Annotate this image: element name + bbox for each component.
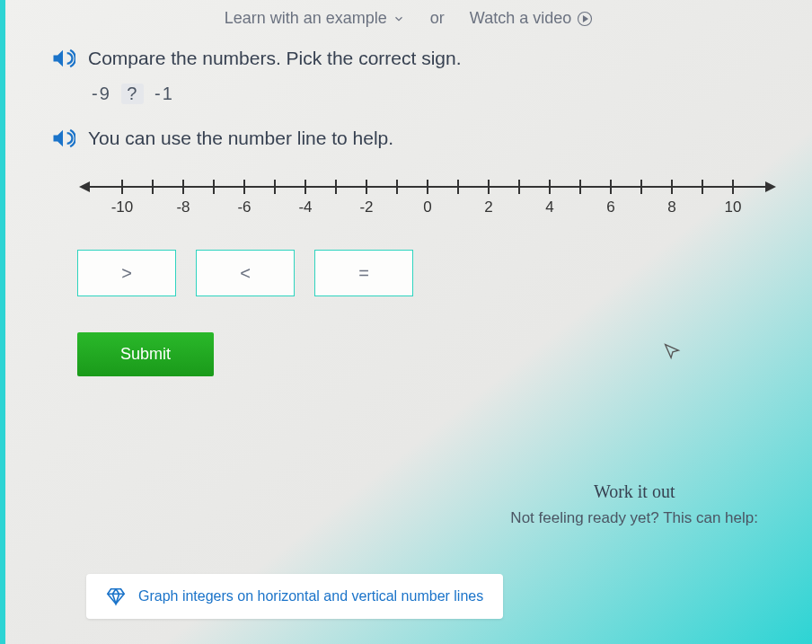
expr-right: -1: [154, 84, 174, 103]
learn-example-label: Learn with an example: [225, 9, 387, 28]
question-text-1: Compare the numbers. Pick the correct si…: [88, 48, 462, 69]
tick-label: -8: [176, 198, 190, 216]
watch-video-label: Watch a video: [470, 9, 571, 28]
or-separator: or: [430, 9, 445, 28]
work-it-out-title: Work it out: [510, 481, 758, 502]
svg-marker-4: [765, 181, 776, 192]
tick-label: 4: [545, 198, 553, 216]
svg-marker-1: [584, 16, 588, 22]
answer-equals[interactable]: =: [314, 250, 413, 296]
help-link-text: Graph integers on horizontal and vertica…: [138, 588, 483, 604]
comparison-expression: -9 ? -1: [92, 84, 767, 104]
help-link-card[interactable]: Graph integers on horizontal and vertica…: [86, 574, 503, 619]
cursor-icon: [662, 341, 682, 361]
speaker-icon[interactable]: [50, 126, 75, 151]
learn-example-link[interactable]: Learn with an example: [225, 9, 405, 28]
number-line: -10-8-6-4-20246810: [77, 169, 740, 223]
tick-label: 10: [725, 198, 742, 216]
expr-left: -9: [92, 84, 111, 103]
svg-marker-3: [79, 181, 90, 192]
speaker-icon[interactable]: [50, 46, 75, 71]
tick-label: 0: [423, 198, 431, 216]
work-it-out-subtitle: Not feeling ready yet? This can help:: [510, 509, 758, 527]
expr-blank: ?: [121, 84, 144, 104]
tick-label: -10: [111, 198, 134, 216]
tick-label: -4: [298, 198, 312, 216]
tick-label: 2: [484, 198, 492, 216]
tick-label: 8: [667, 198, 675, 216]
tick-label: -2: [359, 198, 373, 216]
chevron-down-icon: [393, 13, 405, 25]
answer-greater-than[interactable]: >: [77, 250, 176, 296]
watch-video-link[interactable]: Watch a video: [470, 9, 593, 28]
submit-button[interactable]: Submit: [77, 332, 214, 376]
tick-label: -6: [237, 198, 251, 216]
question-text-2: You can use the number line to help.: [88, 128, 393, 149]
play-circle-icon: [577, 11, 593, 27]
diamond-icon: [106, 587, 126, 606]
answer-less-than[interactable]: <: [196, 250, 295, 296]
tick-label: 6: [606, 198, 614, 216]
